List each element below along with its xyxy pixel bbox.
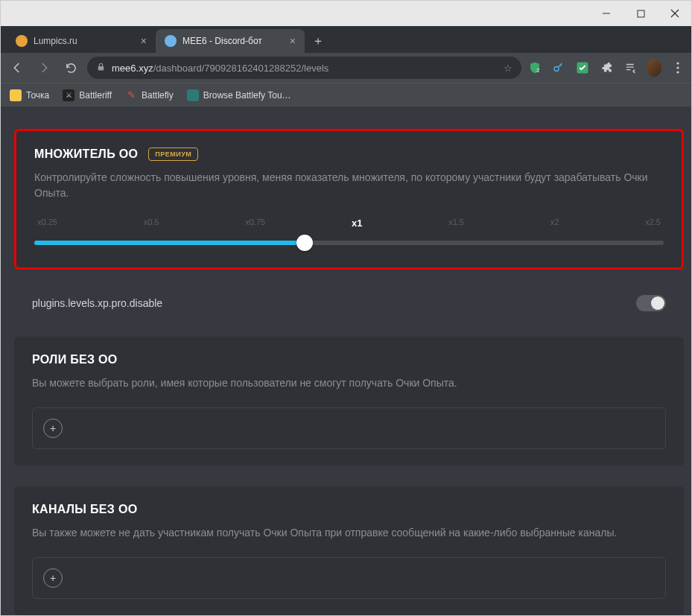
- bookmark-label: Browse Battlefy Tou…: [203, 90, 291, 101]
- channels-add-container: +: [32, 557, 666, 599]
- profile-avatar[interactable]: [647, 60, 661, 75]
- channels-no-xp-card: КАНАЛЫ БЕЗ ОО Вы также можете не дать уч…: [14, 486, 684, 615]
- card-description: Вы можете выбрать роли, имея которые пол…: [32, 375, 666, 391]
- slider-tick: x0.75: [245, 217, 265, 229]
- reading-list-icon[interactable]: [623, 60, 638, 75]
- xp-multiplier-card: МНОЖИТЕЛЬ ОО ПРЕМИУМ Контролируйте сложн…: [14, 129, 684, 270]
- bookmark-label: Точка: [26, 90, 49, 101]
- card-description: Вы также можете не дать участникам получ…: [32, 525, 666, 541]
- close-icon[interactable]: ×: [141, 35, 147, 47]
- premium-badge: ПРЕМИУМ: [148, 147, 198, 161]
- xp-disable-toggle-row: plugins.levels.xp.pro.disable: [14, 290, 684, 316]
- extension-check-icon[interactable]: [575, 60, 590, 75]
- tab-title: Lumpics.ru: [34, 36, 77, 46]
- forward-button[interactable]: [34, 57, 54, 78]
- card-title: КАНАЛЫ БЕЗ ОО: [32, 503, 137, 516]
- window-minimize-button[interactable]: [596, 3, 617, 24]
- lock-icon: [96, 62, 106, 74]
- new-tab-button[interactable]: ＋: [308, 31, 328, 51]
- slider-tick: x2.5: [645, 217, 661, 229]
- bookmark-item[interactable]: Точка: [10, 89, 49, 101]
- address-bar[interactable]: mee6.xyz/dashboard/790928162401288252/le…: [87, 57, 521, 79]
- roles-add-container: +: [32, 407, 666, 449]
- slider-tick: x0.25: [37, 217, 57, 229]
- page-content[interactable]: МНОЖИТЕЛЬ ОО ПРЕМИУМ Контролируйте сложн…: [1, 107, 691, 615]
- bookmark-item[interactable]: ⚔Battleriff: [63, 89, 112, 101]
- page-content-wrap: МНОЖИТЕЛЬ ОО ПРЕМИУМ Контролируйте сложн…: [1, 107, 691, 615]
- back-button[interactable]: [7, 57, 28, 78]
- add-role-button[interactable]: +: [43, 419, 63, 438]
- svg-point-8: [676, 62, 679, 64]
- tab-mee6[interactable]: MEE6 - Discord-бот ×: [156, 29, 305, 53]
- slider-tick-active: x1: [352, 217, 362, 229]
- favicon-icon: [165, 35, 177, 47]
- menu-dots-icon[interactable]: [670, 60, 685, 75]
- bookmarks-bar: Точка ⚔Battleriff ✎Battlefly Browse Batt…: [1, 83, 691, 107]
- slider-tick: x2: [550, 217, 559, 229]
- close-icon[interactable]: ×: [290, 35, 296, 47]
- slider-thumb[interactable]: [296, 235, 313, 251]
- xp-disable-toggle[interactable]: [636, 295, 666, 311]
- card-title: РОЛИ БЕЗ ОО: [32, 353, 118, 366]
- url-text: mee6.xyz/dashboard/790928162401288252/le…: [112, 63, 328, 74]
- extension-shield-icon[interactable]: 2: [527, 60, 542, 75]
- reload-button[interactable]: [60, 57, 81, 78]
- svg-rect-1: [638, 10, 644, 17]
- bookmark-star-icon[interactable]: ☆: [504, 63, 512, 74]
- bookmark-label: Battleriff: [79, 90, 112, 101]
- window-maximize-button[interactable]: [630, 3, 651, 24]
- plus-icon: +: [50, 422, 56, 434]
- slider-tick: x0.5: [144, 217, 159, 229]
- xp-multiplier-slider[interactable]: [34, 235, 664, 251]
- tabs-row: Lumpics.ru × MEE6 - Discord-бот × ＋: [1, 26, 691, 53]
- card-description: Контролируйте сложность повышения уровня…: [34, 170, 664, 201]
- tab-title: MEE6 - Discord-бот: [182, 36, 262, 46]
- card-header: РОЛИ БЕЗ ОО: [32, 353, 666, 366]
- card-title: МНОЖИТЕЛЬ ОО: [34, 147, 138, 161]
- add-channel-button[interactable]: +: [43, 568, 63, 588]
- svg-point-10: [676, 71, 679, 73]
- card-header: МНОЖИТЕЛЬ ОО ПРЕМИУМ: [34, 147, 664, 161]
- toggle-knob: [651, 296, 664, 310]
- toggle-label: plugins.levels.xp.pro.disable: [32, 297, 162, 309]
- extension-key-icon[interactable]: [551, 60, 566, 75]
- slider-fill: [34, 241, 305, 245]
- svg-point-6: [554, 67, 559, 72]
- window-close-button[interactable]: [664, 3, 685, 24]
- bookmark-item[interactable]: ✎Battlefly: [125, 89, 174, 101]
- bookmark-label: Battlefly: [142, 90, 174, 101]
- browser-window: Lumpics.ru × MEE6 - Discord-бот × ＋ mee6…: [0, 0, 692, 616]
- svg-text:2: 2: [536, 67, 539, 74]
- extension-icons: 2: [527, 60, 685, 75]
- roles-no-xp-card: РОЛИ БЕЗ ОО Вы можете выбрать роли, имея…: [14, 337, 684, 466]
- plus-icon: +: [50, 572, 56, 584]
- extensions-puzzle-icon[interactable]: [599, 60, 614, 75]
- card-header: КАНАЛЫ БЕЗ ОО: [32, 503, 666, 516]
- bookmark-item[interactable]: Browse Battlefy Tou…: [187, 89, 291, 101]
- svg-point-9: [676, 66, 679, 69]
- slider-tick: x1.5: [448, 217, 464, 229]
- tab-lumpics[interactable]: Lumpics.ru ×: [7, 29, 156, 53]
- svg-rect-4: [98, 66, 104, 70]
- slider-ticks: x0.25 x0.5 x0.75 x1 x1.5 x2 x2.5: [34, 217, 664, 229]
- window-titlebar: [1, 1, 691, 26]
- favicon-icon: [16, 35, 28, 47]
- address-row: mee6.xyz/dashboard/790928162401288252/le…: [1, 53, 691, 83]
